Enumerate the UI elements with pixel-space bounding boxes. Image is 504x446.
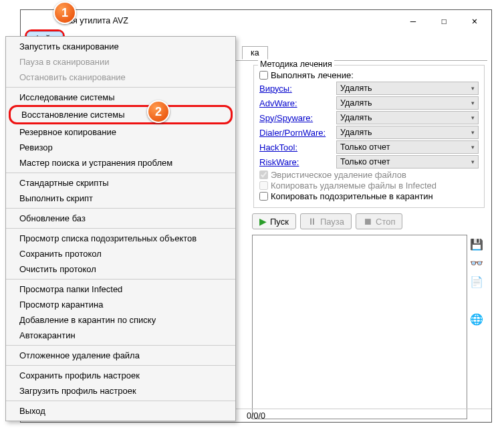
chevron-down-icon: ▾: [471, 100, 475, 106]
file-dropdown: Запустить сканированиеПауза в сканирован…: [5, 36, 236, 421]
copy-quarantine-label: Копировать подозрительные в карантин: [271, 191, 433, 201]
pause-icon: ⏸: [307, 216, 317, 227]
doc-icon[interactable]: 📄: [470, 275, 483, 288]
status-text: 0/0/0: [247, 411, 265, 421]
menu-item[interactable]: Загрузить профиль настроек: [6, 383, 235, 399]
copy-infected-label: Копировать удаляемые файлы в Infected: [271, 181, 436, 191]
perform-treatment-label: Выполнять лечение:: [271, 70, 354, 80]
stop-button: ⏹Стоп: [356, 213, 402, 229]
pause-label: Пауза: [320, 217, 344, 227]
glasses-icon[interactable]: 👓: [470, 256, 483, 269]
window-title: сная утилита AVZ: [26, 16, 398, 25]
heuristic-row: Эвристическое удаление файлов: [259, 170, 479, 180]
chevron-down-icon: ▾: [471, 158, 475, 165]
threat-row: Вирусы: Удалять▾: [259, 82, 479, 95]
callout-2: 2: [147, 100, 170, 123]
threat-row: HackTool: Только отчет▾: [259, 140, 479, 154]
threat-row: Dialer/PornWare: Удалять▾: [259, 126, 479, 139]
save-icon[interactable]: 💾: [470, 237, 483, 251]
threat-combo[interactable]: Только отчет▾: [336, 140, 479, 154]
copy-infected-row: Копировать удаляемые файлы в Infected: [259, 181, 479, 191]
menu-item-system-research[interactable]: Исследование системы: [6, 90, 235, 105]
play-icon: ▶: [259, 216, 267, 227]
tab-truncated[interactable]: ка: [242, 46, 268, 60]
chevron-down-icon: ▾: [471, 129, 475, 136]
menu-item[interactable]: Выход: [6, 403, 235, 419]
start-button[interactable]: ▶Пуск: [252, 213, 296, 229]
menu-separator: [6, 208, 235, 209]
menu-item[interactable]: Сохранить профиль настроек: [6, 368, 235, 383]
threat-combo[interactable]: Удалять▾: [336, 82, 479, 95]
run-buttons: ▶Пуск ⏸Пауза ⏹Стоп: [252, 213, 486, 229]
close-button[interactable]: ✕: [459, 11, 490, 31]
menu-item[interactable]: Ревизор: [6, 140, 235, 155]
menu-separator: [6, 345, 235, 346]
menu-separator: [6, 87, 235, 88]
minimize-button[interactable]: —: [398, 11, 428, 31]
menu-separator: [6, 365, 235, 366]
threat-link[interactable]: Spy/Spyware:: [259, 113, 336, 123]
perform-treatment-checkbox[interactable]: [259, 71, 268, 80]
menu-item-system-restore[interactable]: Восстановление системы: [11, 107, 231, 122]
stop-icon: ⏹: [363, 216, 372, 227]
log-textbox[interactable]: [252, 235, 467, 419]
menu-separator: [6, 228, 235, 229]
globe-icon[interactable]: 🌐: [470, 312, 483, 326]
menu-item[interactable]: Выполнить скрипт: [6, 191, 235, 206]
window-controls: — ☐ ✕: [398, 11, 490, 31]
titlebar: сная утилита AVZ — ☐ ✕: [21, 10, 491, 31]
chevron-down-icon: ▾: [471, 114, 475, 121]
copy-quarantine-checkbox[interactable]: [259, 192, 268, 201]
menu-item[interactable]: Мастер поиска и устранения проблем: [6, 155, 235, 171]
threat-link[interactable]: HackTool:: [259, 142, 336, 152]
menu-item[interactable]: Автокарантин: [6, 328, 235, 343]
menu-separator: [6, 173, 235, 173]
menu-item[interactable]: Отложенное удаление файла: [6, 348, 235, 363]
threat-combo[interactable]: Только отчет▾: [336, 155, 479, 169]
menu-item[interactable]: Запустить сканирование: [6, 39, 235, 54]
chevron-down-icon: ▾: [471, 85, 475, 92]
threat-row: Spy/Spyware: Удалять▾: [259, 111, 479, 124]
menu-item[interactable]: Просмотра папки Infected: [6, 282, 235, 297]
menu-item[interactable]: Просмотр списка подозрительных объектов: [6, 231, 235, 246]
menu-item[interactable]: Стандартные скрипты: [6, 175, 235, 191]
perform-treatment-row: Выполнять лечение:: [259, 70, 479, 80]
chevron-down-icon: ▾: [471, 144, 475, 150]
start-label: Пуск: [270, 217, 289, 227]
menu-separator: [6, 279, 235, 280]
threat-link[interactable]: AdvWare:: [259, 98, 336, 108]
menu-item[interactable]: Очистить протокол: [6, 261, 235, 277]
threat-combo[interactable]: Удалять▾: [336, 111, 479, 124]
threat-combo[interactable]: Удалять▾: [336, 126, 479, 139]
pause-button: ⏸Пауза: [300, 213, 352, 229]
threat-link[interactable]: Вирусы:: [259, 84, 336, 94]
heuristic-checkbox: [259, 171, 268, 179]
heuristic-label: Эвристическое удаление файлов: [271, 170, 406, 180]
threat-row: RiskWare: Только отчет▾: [259, 155, 479, 169]
treatment-title: Методика лечения: [258, 60, 334, 69]
menu-item[interactable]: Сохранить протокол: [6, 246, 235, 261]
copy-quarantine-row: Копировать подозрительные в карантин: [259, 191, 479, 201]
callout-restore-outline: Восстановление системы: [9, 105, 233, 124]
menu-separator: [6, 401, 235, 401]
threat-link[interactable]: Dialer/PornWare:: [259, 128, 336, 138]
menu-item: Остановить сканирование: [6, 70, 235, 85]
treatment-groupbox: Методика лечения Выполнять лечение: Виру…: [253, 65, 485, 208]
maximize-button[interactable]: ☐: [428, 11, 459, 31]
menu-item: Пауза в сканировании: [6, 54, 235, 70]
menu-item[interactable]: Обновление баз: [6, 211, 235, 226]
threat-combo[interactable]: Удалять▾: [336, 96, 479, 110]
threat-link[interactable]: RiskWare:: [259, 157, 336, 167]
menu-item[interactable]: Просмотр карантина: [6, 297, 235, 312]
log-area: 💾 👓 📄 🌐: [252, 235, 486, 419]
callout-1: 1: [53, 1, 76, 24]
log-toolbar: 💾 👓 📄 🌐: [467, 235, 486, 419]
copy-infected-checkbox: [259, 181, 268, 190]
menu-item[interactable]: Резервное копирование: [6, 124, 235, 140]
stop-label: Стоп: [376, 217, 395, 227]
menu-item[interactable]: Добавление в карантин по списку: [6, 312, 235, 328]
right-panel: Методика лечения Выполнять лечение: Виру…: [249, 61, 491, 422]
threat-row: AdvWare: Удалять▾: [259, 96, 479, 110]
